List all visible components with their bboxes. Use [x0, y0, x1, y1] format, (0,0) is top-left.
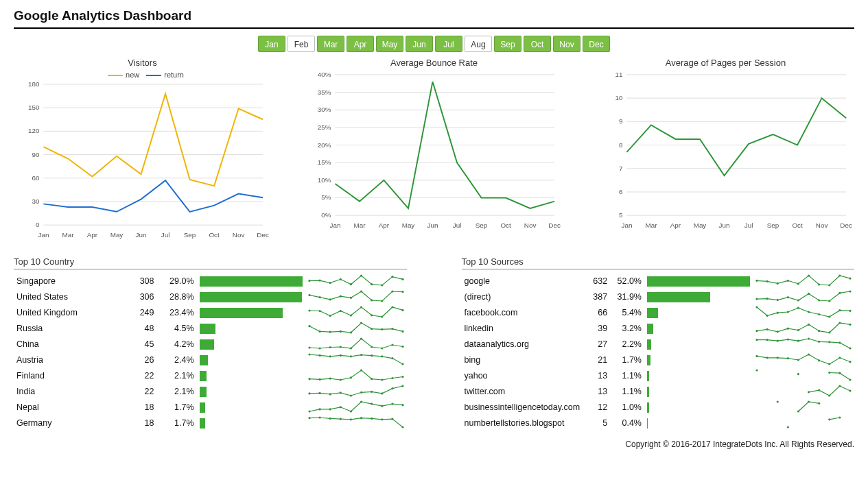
row-sparkline [753, 368, 854, 384]
svg-point-143 [381, 378, 383, 381]
row-pct: 4.2% [157, 337, 197, 352]
row-bar-fill [647, 371, 649, 381]
svg-point-131 [360, 354, 362, 356]
row-bar-cell [197, 305, 305, 321]
row-pct: 3.2% [610, 321, 644, 337]
table-row: Nepal181.7% [14, 400, 407, 415]
legend-label: new [126, 71, 139, 79]
svg-text:90: 90 [32, 151, 40, 158]
svg-point-195 [849, 290, 851, 292]
svg-point-162 [371, 402, 373, 405]
svg-point-236 [755, 369, 758, 371]
row-count: 13 [583, 384, 610, 400]
row-bar-fill [200, 339, 215, 350]
svg-point-199 [787, 311, 789, 313]
svg-text:Jul: Jul [744, 221, 753, 229]
svg-point-93 [381, 300, 383, 302]
row-pct: 5.4% [610, 305, 644, 321]
row-pct: 1.7% [610, 352, 644, 368]
month-btn-aug[interactable]: Aug [465, 36, 492, 52]
svg-point-121 [360, 337, 362, 339]
month-btn-may[interactable]: May [376, 36, 403, 52]
svg-text:7: 7 [619, 165, 622, 172]
svg-point-245 [849, 389, 851, 391]
svg-point-205 [849, 310, 851, 312]
row-label: (direct) [462, 289, 583, 305]
footer-copyright: Copyright © 2016-2017 IntegrateDots Inc.… [14, 439, 854, 449]
svg-point-160 [349, 410, 351, 412]
row-bar-cell [197, 289, 305, 305]
row-count: 632 [583, 274, 610, 289]
svg-point-219 [787, 338, 789, 340]
svg-text:9: 9 [619, 117, 623, 125]
month-btn-feb[interactable]: Feb [288, 36, 315, 52]
row-sparkline [305, 400, 407, 415]
svg-text:Oct: Oct [500, 221, 511, 229]
table-row: United Kingdom24923.4% [14, 305, 407, 321]
svg-point-203 [828, 315, 830, 317]
svg-text:Sep: Sep [476, 221, 488, 229]
svg-point-154 [391, 387, 393, 389]
svg-point-176 [755, 280, 758, 282]
svg-point-237 [797, 373, 799, 375]
month-filter-bar: JanFebMarAprMayJunJulAugSepOctNovDec [14, 36, 854, 52]
svg-point-109 [339, 330, 341, 333]
svg-point-225 [849, 347, 851, 349]
svg-point-89 [339, 295, 341, 297]
row-pct: 4.5% [157, 321, 197, 337]
month-btn-mar[interactable]: Mar [317, 36, 344, 52]
month-btn-dec[interactable]: Dec [583, 36, 610, 52]
row-bar-cell [644, 368, 753, 384]
month-btn-jun[interactable]: Jun [406, 36, 433, 52]
svg-point-181 [808, 274, 810, 276]
svg-point-252 [838, 416, 841, 418]
row-label: Russia [14, 321, 120, 337]
row-bar-fill [200, 418, 206, 429]
table-row: Finland222.1% [14, 368, 407, 384]
svg-text:Apr: Apr [379, 221, 390, 229]
row-bar-fill [200, 387, 207, 397]
row-count: 22 [120, 384, 157, 400]
svg-point-228 [777, 357, 779, 359]
row-sparkline [305, 289, 407, 305]
chart-2: Average of Pages per Session567891011Jan… [597, 58, 854, 245]
svg-point-132 [371, 354, 373, 357]
svg-point-233 [828, 363, 830, 365]
svg-text:Dec: Dec [548, 221, 561, 229]
row-count: 5 [583, 415, 610, 431]
month-btn-nov[interactable]: Nov [553, 36, 580, 52]
svg-point-111 [360, 322, 362, 324]
svg-point-221 [808, 337, 810, 339]
row-label: google [462, 274, 583, 289]
svg-point-189 [787, 296, 789, 298]
svg-point-133 [381, 355, 383, 357]
row-pct: 2.1% [157, 368, 197, 384]
month-btn-jul[interactable]: Jul [435, 36, 462, 52]
svg-point-137 [318, 378, 320, 381]
row-sparkline [305, 321, 407, 337]
svg-text:Nov: Nov [816, 221, 828, 229]
row-label: United Kingdom [14, 305, 120, 321]
row-pct: 1.0% [610, 400, 644, 415]
row-bar-fill [647, 308, 658, 318]
row-count: 308 [120, 274, 157, 289]
row-pct: 2.4% [157, 352, 197, 368]
svg-point-145 [401, 376, 403, 378]
svg-point-200 [797, 306, 799, 309]
row-bar-fill [647, 387, 649, 397]
month-btn-jan[interactable]: Jan [258, 36, 285, 52]
row-pct: 1.7% [157, 415, 197, 431]
svg-point-108 [329, 330, 331, 333]
month-btn-apr[interactable]: Apr [347, 36, 374, 52]
month-btn-sep[interactable]: Sep [494, 36, 521, 52]
month-btn-oct[interactable]: Oct [524, 36, 551, 52]
svg-point-240 [849, 378, 851, 381]
svg-point-139 [339, 378, 341, 381]
page-title: Google Analytics Dashboard [14, 8, 854, 23]
row-bar-cell [644, 321, 753, 337]
svg-point-92 [371, 299, 373, 301]
table-title: Top 10 Sources [462, 256, 855, 269]
row-count: 21 [583, 352, 610, 368]
row-pct: 0.4% [610, 415, 644, 431]
svg-point-116 [308, 346, 310, 348]
